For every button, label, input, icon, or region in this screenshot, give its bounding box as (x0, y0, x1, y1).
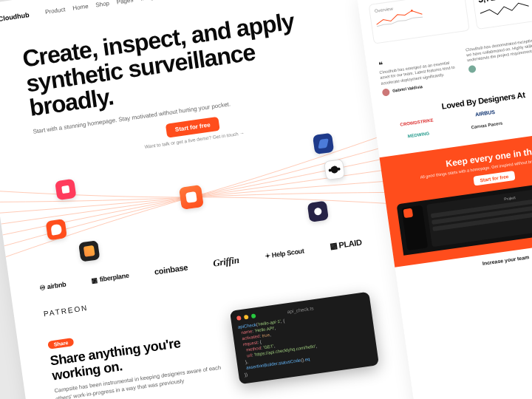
integration-chip-icon (46, 219, 67, 240)
logo-coinbase: coinbase (154, 262, 188, 276)
logo-plaid: ▩ PLAID (329, 238, 362, 252)
dashboard-preview: Project (397, 176, 532, 255)
dashboard-sidebar (401, 205, 428, 250)
metric-sparkline-icon (479, 0, 530, 21)
logo-airbnb: ♾ airbnb (39, 281, 66, 292)
nav-integrations[interactable]: Integrations (140, 0, 172, 2)
brand-name: Cloudhub (0, 11, 30, 23)
avatar-icon (468, 65, 476, 73)
integration-chip-icon (313, 132, 334, 154)
keep-start-button[interactable]: Start for free (474, 171, 515, 186)
metric-card: 3,729 (471, 0, 532, 30)
brand-logo[interactable]: Cloudhub (0, 11, 30, 24)
nav-home[interactable]: Home (72, 3, 89, 12)
center-app-icon (179, 185, 204, 210)
logo-helpscout: ✦ Help Scout (264, 247, 304, 259)
testimonial-card: Cloudhub has demonstrated exceptional wo… (466, 33, 532, 84)
integration-chip-icon (324, 159, 345, 180)
testimonial-author: Gabriel Valdivia (392, 84, 423, 94)
integration-chip-icon (307, 200, 329, 222)
testimonial-card: ❝ Cloudhub has emerged as an essential a… (378, 49, 463, 97)
nav-shop[interactable]: Shop (95, 0, 110, 8)
nav-product[interactable]: Product (45, 6, 66, 16)
logo-griffin: Griffin (212, 254, 239, 270)
integration-chip-icon (55, 179, 76, 200)
main-landing-page: Cloudhub Product Home Shop Pages Integra… (0, 0, 423, 399)
sidebar-app-icon (403, 208, 414, 218)
dashboard-main: Project (426, 181, 532, 247)
share-section-pill: Share (47, 338, 75, 349)
integration-chip-icon (78, 240, 100, 262)
logo-fiberplane: ▦ fiberplane (91, 272, 129, 284)
avatar-icon (382, 88, 390, 96)
code-window: api_check.ts apiCheck('Hello-api-1', { n… (230, 292, 379, 384)
nav-pages[interactable]: Pages (116, 0, 134, 5)
overview-chart-card: Overview (369, 0, 470, 44)
keep-everyone-section: Keep every one in the All good things st… (379, 126, 532, 267)
